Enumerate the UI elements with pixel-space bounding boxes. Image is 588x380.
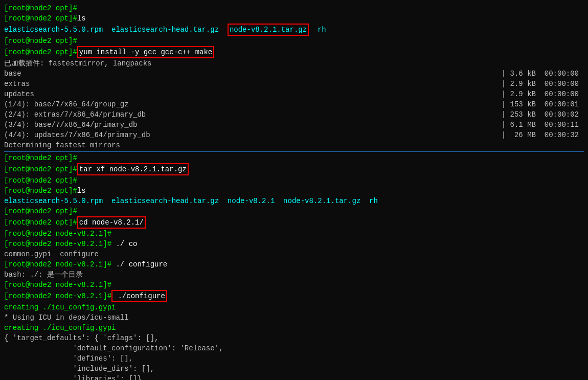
repo-size: | 2.9 kB 00:00:00: [502, 79, 579, 89]
line-base: base | 3.6 kB 00:00:00: [4, 69, 584, 79]
file-list: elasticsearch-5.5.0.rpm elasticsearch-he…: [4, 196, 378, 206]
line-json3: 'defines': [],: [4, 353, 584, 364]
line-p3: [root@node2 opt]#: [4, 206, 584, 216]
repo-name: extras: [4, 79, 30, 89]
repo-name: updates: [4, 89, 34, 99]
line-1: [root@node2 opt]#: [4, 3, 584, 13]
line-icu: * Using ICU in deps/icu-small: [4, 312, 584, 323]
output-text: Determining fastest mirrors: [4, 140, 120, 150]
line-np1: [root@node2 node-v8.2.1]#: [4, 229, 584, 239]
line-np2: [root@node2 node-v8.2.1]#: [4, 280, 584, 290]
pkg-name: (2/4): extras/7/x86_64/primary_db: [4, 109, 146, 120]
line-configure2: [root@node2 node-v8.2.1]# ./configure: [4, 290, 584, 302]
prompt: [root@node2 opt]#: [4, 164, 77, 174]
prompt: [root@node2 opt]#: [4, 186, 77, 196]
output-text: 已加载插件: fastestmirror, langpacks: [4, 58, 151, 69]
prompt: [root@node2 opt]#: [4, 3, 77, 13]
prompt-node: [root@node2 node-v8.2.1]#: [4, 259, 111, 270]
command: ls: [77, 13, 86, 24]
file-item: elasticsearch-5.5.0.rpm elasticsearch-he…: [4, 25, 228, 35]
prompt-node: [root@node2 node-v8.2.1]#: [4, 280, 111, 290]
line-ls2: [root@node2 opt]#ls: [4, 186, 584, 196]
ls-output-2: elasticsearch-5.5.0.rpm elasticsearch-he…: [4, 196, 584, 206]
line-creating2: creating ./icu_config.gypi: [4, 323, 584, 333]
repo-size: | 3.6 kB 00:00:00: [502, 69, 579, 79]
line-updates: updates | 2.9 kB 00:00:00: [4, 89, 584, 99]
line-json1: { 'target_defaults': { 'cflags': [],: [4, 333, 584, 343]
line-gypi: common.gypi configure: [4, 249, 584, 259]
highlighted-command: yum install -y gcc gcc-c++ make: [77, 46, 214, 58]
divider-line: [4, 151, 584, 152]
line-p2: [root@node2 opt]#: [4, 175, 584, 186]
line-cd: [root@node2 opt]#cd node-v8.2.1/: [4, 216, 584, 229]
pkg-size: | 153 kB 00:00:01: [502, 99, 579, 109]
output-text: common.gypi configure: [4, 249, 99, 259]
highlighted-file: node-v8.2.1.tar.gz: [228, 24, 309, 36]
creating-text: creating ./icu_config.gypi: [4, 302, 116, 312]
prompt: [root@node2 opt]#: [4, 47, 77, 57]
output-text: 'libraries': []},: [4, 374, 146, 380]
creating-text: creating ./icu_config.gypi: [4, 323, 116, 333]
pkg-name: (3/4): base/7/x86_64/primary_db: [4, 120, 137, 130]
line-extras: extras | 2.9 kB 00:00:00: [4, 79, 584, 89]
line-5: [root@node2 opt]#yum install -y gcc gcc-…: [4, 46, 584, 58]
line-44: (4/4): updates/7/x86_64/primary_db | 26 …: [4, 130, 584, 140]
command: ./ co: [111, 239, 137, 249]
prompt: [root@node2 opt]#: [4, 153, 77, 163]
line-34: (3/4): base/7/x86_64/primary_db | 6.1 MB…: [4, 120, 584, 130]
line-mirrors: Determining fastest mirrors: [4, 140, 584, 150]
ls-output-1: elasticsearch-5.5.0.rpm elasticsearch-he…: [4, 24, 584, 36]
pkg-size: | 6.1 MB 00:00:11: [502, 120, 579, 130]
pkg-size: | 26 MB 00:00:32: [502, 130, 579, 140]
pkg-name: (4/4): updates/7/x86_64/primary_db: [4, 130, 150, 140]
line-6: 已加载插件: fastestmirror, langpacks: [4, 58, 584, 69]
repo-size: | 2.9 kB 00:00:00: [502, 89, 579, 99]
line-co: [root@node2 node-v8.2.1]# ./ co: [4, 239, 584, 249]
output-text: 'default_configuration': 'Release',: [4, 343, 223, 353]
prompt: [root@node2 opt]#: [4, 206, 77, 216]
output-text: bash: ./: 是一个目录: [4, 270, 83, 280]
line-json5: 'libraries': []},: [4, 374, 584, 380]
highlighted-command: ./configure: [111, 290, 167, 302]
terminal-window: [root@node2 opt]# [root@node2 opt]#ls el…: [0, 0, 588, 380]
output-text: { 'target_defaults': { 'cflags': [],: [4, 333, 159, 343]
highlighted-command: tar xf node-v8.2.1.tar.gz: [77, 163, 189, 175]
line-2: [root@node2 opt]#ls: [4, 13, 584, 24]
line-p1: [root@node2 opt]#: [4, 153, 584, 163]
prompt: [root@node2 opt]#: [4, 13, 77, 24]
prompt: [root@node2 opt]#: [4, 175, 77, 186]
command: ls: [77, 186, 86, 196]
prompt-node: [root@node2 node-v8.2.1]#: [4, 291, 111, 301]
repo-name: base: [4, 69, 21, 79]
pkg-name: (1/4): base/7/x86_64/group_gz: [4, 99, 129, 109]
pkg-size: | 253 kB 00:00:02: [502, 109, 579, 120]
line-tar: [root@node2 opt]#tar xf node-v8.2.1.tar.…: [4, 163, 584, 175]
line-json4: 'include_dirs': [],: [4, 364, 584, 374]
output-text: 'include_dirs': [],: [4, 364, 154, 374]
prompt: [root@node2 opt]#: [4, 36, 77, 46]
prompt: [root@node2 opt]#: [4, 217, 77, 228]
highlighted-command: cd node-v8.2.1/: [77, 216, 146, 229]
line-4: [root@node2 opt]#: [4, 36, 584, 46]
prompt-node: [root@node2 node-v8.2.1]#: [4, 239, 111, 249]
line-json2: 'default_configuration': 'Release',: [4, 343, 584, 353]
line-configure1: [root@node2 node-v8.2.1]# ./ configure: [4, 259, 584, 270]
line-creating1: creating ./icu_config.gypi: [4, 302, 584, 312]
output-text: 'defines': [],: [4, 353, 133, 364]
command: ./ configure: [111, 259, 167, 270]
line-bash-err: bash: ./: 是一个目录: [4, 270, 584, 280]
line-24: (2/4): extras/7/x86_64/primary_db | 253 …: [4, 109, 584, 120]
prompt-node: [root@node2 node-v8.2.1]#: [4, 229, 111, 239]
line-14: (1/4): base/7/x86_64/group_gz | 153 kB 0…: [4, 99, 584, 109]
output-text: * Using ICU in deps/icu-small: [4, 312, 129, 323]
